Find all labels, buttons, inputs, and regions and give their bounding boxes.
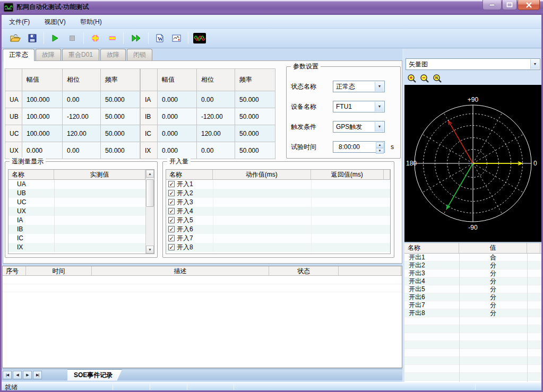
maximize-button[interactable]: [502, 0, 517, 10]
phasor-cell[interactable]: 50.000: [235, 108, 275, 125]
menu-help[interactable]: 帮助(H): [75, 15, 107, 29]
remove-state-button[interactable]: [105, 31, 119, 45]
zoom-in-icon[interactable]: [406, 73, 418, 84]
chevron-down-icon[interactable]: ▼: [530, 59, 539, 69]
phasor-cell[interactable]: 50.000: [101, 108, 140, 125]
phasor-cell[interactable]: 50.000: [101, 142, 140, 159]
checkbox-checked[interactable]: ✓: [168, 208, 175, 214]
action-value: [213, 225, 311, 234]
checkbox-checked[interactable]: ✓: [168, 226, 175, 232]
phasor-cell[interactable]: 0.000: [158, 125, 197, 142]
phasor-cell[interactable]: 50.000: [235, 91, 275, 108]
oscilloscope-button[interactable]: [192, 31, 207, 45]
run-all-button[interactable]: [127, 31, 144, 45]
phasor-cell[interactable]: 100.000: [22, 125, 63, 142]
scroll-down-icon[interactable]: ▼: [146, 246, 154, 254]
add-state-button[interactable]: [88, 31, 102, 45]
action-value: [213, 243, 311, 252]
checkbox-checked[interactable]: ✓: [168, 190, 175, 196]
phasor-cell[interactable]: 120.00: [197, 125, 235, 142]
nav-first-icon[interactable]: |◀: [3, 371, 12, 379]
tab-normal-state[interactable]: 正常态: [3, 49, 35, 61]
device-name-combo[interactable]: FTU1▼: [333, 101, 385, 112]
checkbox-checked[interactable]: ✓: [168, 235, 175, 241]
minimize-button[interactable]: [482, 0, 502, 10]
col-spacer: [339, 266, 401, 275]
phasor-cell[interactable]: 0.00: [63, 91, 101, 108]
menu-view[interactable]: 视图(V): [39, 15, 71, 29]
col-phase: 相位: [63, 69, 101, 91]
col-status: 状态: [269, 266, 339, 275]
output-name: 开出8: [404, 309, 459, 317]
scroll-up-icon[interactable]: ▲: [146, 170, 154, 178]
output-name: [404, 365, 459, 372]
phasor-cell[interactable]: 50.000: [101, 91, 140, 108]
phasor-cell[interactable]: 0.000: [158, 91, 197, 108]
tab-reclose-d01[interactable]: 重合D01: [62, 49, 99, 60]
chevron-down-icon[interactable]: ▼: [375, 82, 384, 91]
checkbox-checked[interactable]: ✓: [168, 244, 175, 250]
checkbox-checked[interactable]: ✓: [168, 181, 175, 187]
digital-inputs-table: 名称 动作值(ms) 返回值(ms) ✓开入1 ✓开入2 ✓开入3 ✓开入4 ✓…: [166, 169, 391, 254]
phasor-cell[interactable]: 0.00: [197, 142, 235, 159]
stop-button[interactable]: [65, 31, 80, 45]
phasor-cell[interactable]: 0.00: [197, 91, 235, 108]
phasor-cell[interactable]: 0.000: [158, 108, 197, 125]
phasor-cell[interactable]: 0.00: [63, 142, 101, 159]
state-name-combo[interactable]: 正常态▼: [333, 81, 385, 92]
polar-label-left: 180: [406, 160, 417, 167]
trigger-combo[interactable]: GPS触发▼: [333, 121, 385, 133]
corner-cell: [5, 69, 22, 91]
phasor-cell[interactable]: -120.00: [63, 108, 101, 125]
zoom-reset-icon[interactable]: N: [431, 73, 444, 84]
checkbox-checked[interactable]: ✓: [168, 199, 175, 205]
corner-cell: [141, 69, 158, 91]
digital-outputs-table: 名称 值 开出1合开出2分开出3分开出4分开出5分开出6分开出7分开出8分: [404, 242, 541, 382]
phasor-cell[interactable]: 100.000: [22, 91, 63, 108]
param-settings-group: 参数设置 状态名称 正常态▼ 设备名称 FTU1▼ 触发条件 GPS触发▼ 试验…: [286, 66, 401, 159]
output-value: [459, 357, 527, 364]
column-divider: [459, 254, 460, 382]
spin-down-icon[interactable]: ▼: [376, 148, 384, 154]
zoom-out-icon[interactable]: [418, 73, 431, 84]
phasor-cell[interactable]: 0.000: [158, 142, 197, 159]
chevron-down-icon[interactable]: ▼: [375, 102, 384, 111]
phasor-cell[interactable]: 50.000: [101, 125, 140, 142]
close-button[interactable]: [518, 0, 540, 10]
scroll-thumb[interactable]: [146, 179, 154, 207]
output-name: [404, 357, 459, 364]
row-header: IX: [141, 142, 158, 159]
phasor-cell[interactable]: 100.000: [22, 108, 63, 125]
empty-row: [404, 349, 541, 357]
tab-soe-events[interactable]: SOE事件记录: [67, 369, 122, 381]
nav-prev-icon[interactable]: ◀: [13, 371, 22, 379]
view-selector-combo[interactable]: 矢量图 ▼: [406, 58, 540, 70]
phasor-cell[interactable]: 0.000: [22, 142, 63, 159]
telemetry-value: [54, 180, 145, 189]
vertical-scrollbar[interactable]: ▲ ▼: [145, 170, 154, 254]
tab-fault-2[interactable]: 故障: [100, 49, 126, 60]
vector-diagram-canvas: +90 180 0 -90: [404, 85, 541, 242]
run-button[interactable]: [48, 31, 63, 45]
chevron-down-icon[interactable]: ▼: [375, 122, 384, 132]
nav-last-icon[interactable]: ▶|: [33, 371, 42, 379]
phasor-cell[interactable]: -120.00: [197, 108, 235, 125]
checkbox-checked[interactable]: ✓: [168, 217, 175, 223]
nav-next-icon[interactable]: ▶: [23, 371, 32, 379]
menu-file[interactable]: 文件(F): [4, 15, 35, 29]
return-value: [311, 234, 390, 243]
tab-lockout[interactable]: 闭锁: [127, 49, 152, 60]
report-view-button[interactable]: [169, 31, 184, 45]
phasor-cell[interactable]: 50.000: [235, 125, 275, 142]
open-button[interactable]: [8, 31, 23, 45]
spin-up-icon[interactable]: ▲: [376, 142, 384, 148]
return-value: [311, 180, 390, 189]
save-button[interactable]: [25, 31, 40, 45]
export-word-button[interactable]: W: [152, 31, 167, 45]
col-spacer: [527, 243, 540, 253]
tab-fault-1[interactable]: 故障: [36, 49, 61, 60]
col-frequency: 频率: [235, 69, 275, 91]
phasor-cell[interactable]: 50.000: [235, 142, 275, 159]
test-time-spinner[interactable]: 8:00:00 ▲▼: [333, 141, 385, 153]
phasor-cell[interactable]: 120.00: [63, 125, 101, 142]
